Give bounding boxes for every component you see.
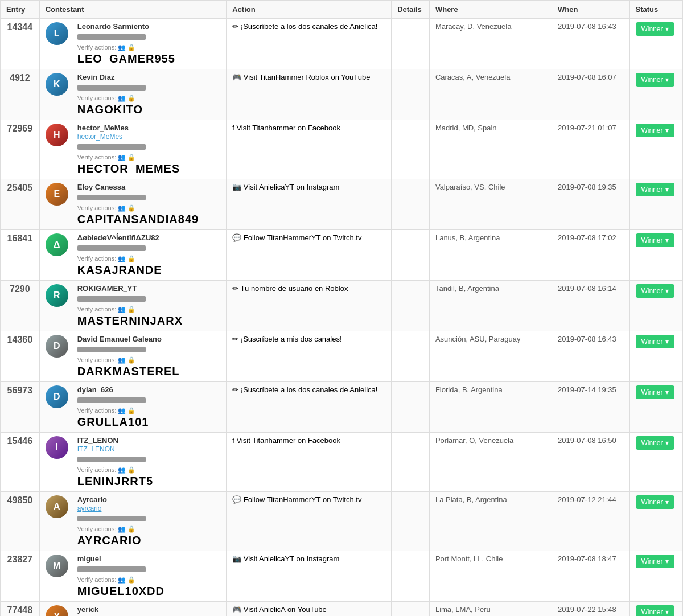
details-cell (392, 433, 430, 492)
details-cell (392, 551, 430, 602)
verify-icon-users: 👥 (118, 525, 126, 532)
when-cell: 2019-07-14 19:35 (552, 382, 629, 433)
winner-button[interactable]: Winner (636, 183, 674, 196)
action-text: f Visit Titanhammer on Facebook (232, 436, 340, 445)
action-text: ✏ ¡Suscríbete a mis dos canales! (232, 335, 342, 343)
action-text: ✏ ¡Suscríbete a los dos canales de Aniel… (232, 385, 377, 394)
verify-actions: Verify actions: 👥 🔒 (77, 255, 162, 262)
contestant-cell: Hhector_MeMeshector_MeMes███████████████… (39, 120, 226, 179)
details-cell (392, 19, 430, 69)
verify-icon-users: 👥 (118, 255, 126, 262)
winner-button[interactable]: Winner (636, 495, 674, 509)
status-cell: Winner (629, 120, 682, 179)
status-cell: Winner (629, 331, 682, 382)
verify-icon-lock: 🔒 (127, 306, 135, 313)
username-overlay: LENINJRRT5 (77, 475, 153, 488)
contestant-cell: Yyerick████████████████Verify actions: 👥… (39, 602, 226, 617)
where-cell: Maracay, D, Venezuela (429, 19, 552, 69)
blurred-info: ████████████████ (77, 144, 146, 150)
entry-number: 15446 (1, 433, 40, 492)
status-cell: Winner (629, 602, 682, 617)
where-cell: Lima, LMA, Peru (429, 602, 552, 617)
action-cell: ✏ ¡Suscríbete a mis dos canales! (227, 331, 392, 382)
col-action: Action (227, 1, 392, 19)
winner-button[interactable]: Winner (636, 605, 674, 616)
entry-number: 16841 (1, 230, 40, 281)
action-cell: 📷 Visit AnielicaYT on Instagram (227, 551, 392, 602)
verify-icon-users: 👥 (118, 154, 126, 161)
where-cell: Porlamar, O, Venezuela (429, 433, 552, 492)
action-text: f Visit Titanhammer on Facebook (232, 124, 340, 132)
winner-button[interactable]: Winner (636, 555, 674, 568)
avatar: H (46, 124, 68, 146)
winner-button[interactable]: Winner (636, 22, 674, 36)
status-cell: Winner (629, 551, 682, 602)
action-text: 💬 Follow TitanHammerYT on Twitch.tv (232, 495, 361, 504)
when-cell: 2019-07-22 15:48 (552, 602, 629, 617)
status-cell: Winner (629, 382, 682, 433)
verify-actions: Verify actions: 👥 🔒 (77, 204, 199, 212)
verify-actions: Verify actions: 👥 🔒 (77, 44, 175, 51)
when-cell: 2019-07-08 16:07 (552, 69, 629, 120)
action-cell: 💬 Follow TitanHammerYT on Twitch.tv (227, 230, 392, 281)
col-details: Details (392, 1, 430, 19)
contestant-name: ITZ_LENON (77, 436, 118, 445)
where-cell: Florida, B, Argentina (429, 382, 552, 433)
verify-icon-lock: 🔒 (127, 255, 135, 262)
blurred-info: ████████████████ (77, 347, 146, 352)
verify-icon-users: 👥 (118, 204, 126, 211)
entry-number: 56973 (1, 382, 40, 433)
winner-button[interactable]: Winner (636, 73, 674, 87)
status-cell: Winner (629, 281, 682, 331)
verify-actions: Verify actions: 👥 🔒 (77, 466, 153, 474)
when-cell: 2019-07-08 18:47 (552, 551, 629, 602)
winner-button[interactable]: Winner (636, 385, 674, 399)
table-row: 23827Mmiguel████████████████Verify actio… (1, 551, 683, 602)
table-row: 16841ΔΔøbledøV^ĺentîñΔZU82██████████████… (1, 230, 683, 281)
contestant-name: Leonardo Sarmiento (77, 22, 149, 31)
contestant-info: hector_MeMeshector_MeMes████████████████… (77, 124, 180, 175)
contestant-info: yerick████████████████Verify actions: 👥 … (77, 605, 205, 616)
avatar: E (46, 183, 68, 206)
details-cell (392, 382, 430, 433)
col-where: Where (429, 1, 552, 19)
contestant-username[interactable]: ayrcario (77, 504, 102, 512)
table-row: 49850AAyrcarioayrcario████████████████Ve… (1, 492, 683, 551)
verify-icon-users: 👥 (118, 306, 126, 313)
verify-icon-lock: 🔒 (127, 466, 135, 473)
verify-icon-users: 👥 (118, 466, 126, 473)
status-cell: Winner (629, 19, 682, 69)
verify-actions: Verify actions: 👥 🔒 (77, 154, 180, 161)
entry-number: 7290 (1, 281, 40, 331)
entry-number: 72969 (1, 120, 40, 179)
verify-icon-users: 👥 (118, 407, 126, 414)
when-cell: 2019-07-08 19:35 (552, 179, 629, 230)
winner-button[interactable]: Winner (636, 436, 674, 450)
contestant-info: ΔøbledøV^ĺentîñΔZU82████████████████Veri… (77, 233, 162, 277)
username-overlay: AYRCARIO (77, 534, 146, 547)
contestant-cell: Ddylan_626████████████████Verify actions… (39, 382, 226, 433)
verify-icon-lock: 🔒 (127, 95, 135, 101)
username-overlay: HECTOR_MEMES (77, 162, 180, 175)
contestant-info: dylan_626████████████████Verify actions:… (77, 385, 149, 429)
verify-icon-lock: 🔒 (127, 204, 135, 211)
details-cell (392, 281, 430, 331)
entries-table: Entry Contestant Action Details Where Wh… (0, 0, 683, 616)
where-cell: La Plata, B, Argentina (429, 492, 552, 551)
action-cell: ✏ ¡Suscríbete a los dos canales de Aniel… (227, 19, 392, 69)
table-row: 15446IITZ_LENONITZ_LENON████████████████… (1, 433, 683, 492)
action-text: 🎮 Visit TitanHammer Roblox on YouTube (232, 73, 370, 81)
when-cell: 2019-07-08 16:43 (552, 331, 629, 382)
verify-icon-users: 👥 (118, 44, 126, 51)
verify-icon-lock: 🔒 (127, 356, 135, 363)
winner-button[interactable]: Winner (636, 124, 674, 137)
contestant-username: ITZ_LENON (77, 445, 115, 453)
winner-button[interactable]: Winner (636, 284, 674, 298)
contestant-info: David Emanuel Galeano████████████████Ver… (77, 335, 180, 378)
details-cell (392, 69, 430, 120)
winner-button[interactable]: Winner (636, 233, 674, 247)
winner-button[interactable]: Winner (636, 335, 674, 348)
where-cell: Tandil, B, Argentina (429, 281, 552, 331)
entry-number: 14360 (1, 331, 40, 382)
when-cell: 2019-07-21 01:07 (552, 120, 629, 179)
